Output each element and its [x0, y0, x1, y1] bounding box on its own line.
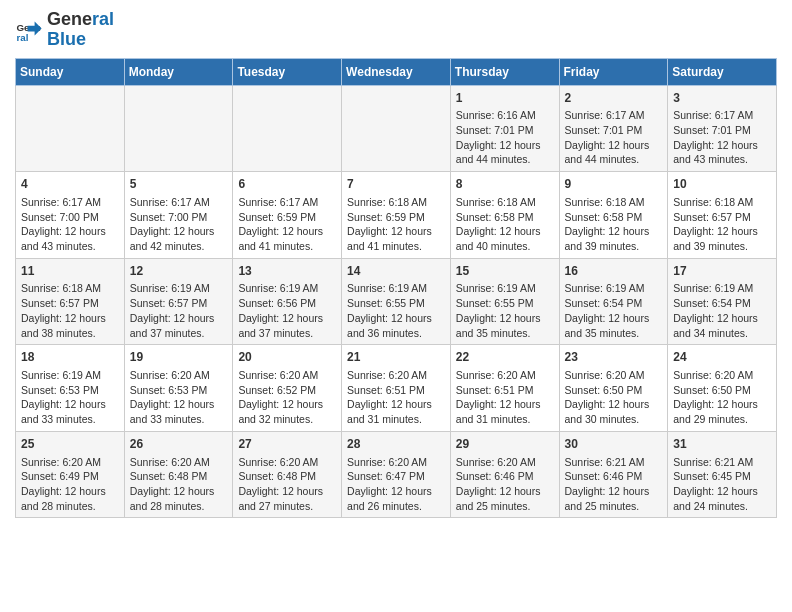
day-info: Sunset: 6:57 PM [21, 296, 119, 311]
day-info: Sunset: 6:50 PM [673, 383, 771, 398]
calendar-cell: 5Sunrise: 6:17 AMSunset: 7:00 PMDaylight… [124, 172, 233, 259]
day-number: 25 [21, 436, 119, 453]
page-header: Gene ral GeneralBlue [15, 10, 777, 50]
day-number: 19 [130, 349, 228, 366]
day-info: Daylight: 12 hours and 37 minutes. [238, 311, 336, 340]
day-info: Daylight: 12 hours and 34 minutes. [673, 311, 771, 340]
day-info: Daylight: 12 hours and 27 minutes. [238, 484, 336, 513]
day-info: Daylight: 12 hours and 41 minutes. [347, 224, 445, 253]
calendar-cell [124, 85, 233, 172]
day-info: Daylight: 12 hours and 25 minutes. [456, 484, 554, 513]
day-info: Sunset: 6:48 PM [130, 469, 228, 484]
calendar-cell: 4Sunrise: 6:17 AMSunset: 7:00 PMDaylight… [16, 172, 125, 259]
day-number: 24 [673, 349, 771, 366]
day-info: Sunset: 7:01 PM [673, 123, 771, 138]
day-number: 1 [456, 90, 554, 107]
day-info: Sunrise: 6:20 AM [21, 455, 119, 470]
calendar-cell: 13Sunrise: 6:19 AMSunset: 6:56 PMDayligh… [233, 258, 342, 345]
day-info: Sunrise: 6:17 AM [21, 195, 119, 210]
day-info: Sunset: 6:46 PM [456, 469, 554, 484]
day-info: Sunrise: 6:19 AM [238, 281, 336, 296]
day-info: Sunset: 7:01 PM [565, 123, 663, 138]
calendar-week-2: 4Sunrise: 6:17 AMSunset: 7:00 PMDaylight… [16, 172, 777, 259]
calendar-cell: 22Sunrise: 6:20 AMSunset: 6:51 PMDayligh… [450, 345, 559, 432]
day-number: 16 [565, 263, 663, 280]
day-info: Daylight: 12 hours and 43 minutes. [673, 138, 771, 167]
day-header-friday: Friday [559, 58, 668, 85]
calendar-cell: 1Sunrise: 6:16 AMSunset: 7:01 PMDaylight… [450, 85, 559, 172]
day-number: 17 [673, 263, 771, 280]
day-info: Daylight: 12 hours and 28 minutes. [130, 484, 228, 513]
day-number: 12 [130, 263, 228, 280]
day-number: 31 [673, 436, 771, 453]
day-info: Sunset: 6:56 PM [238, 296, 336, 311]
day-info: Daylight: 12 hours and 43 minutes. [21, 224, 119, 253]
day-number: 9 [565, 176, 663, 193]
day-header-monday: Monday [124, 58, 233, 85]
day-info: Sunset: 6:52 PM [238, 383, 336, 398]
calendar-week-4: 18Sunrise: 6:19 AMSunset: 6:53 PMDayligh… [16, 345, 777, 432]
day-info: Daylight: 12 hours and 38 minutes. [21, 311, 119, 340]
calendar-cell: 15Sunrise: 6:19 AMSunset: 6:55 PMDayligh… [450, 258, 559, 345]
day-info: Sunrise: 6:20 AM [347, 455, 445, 470]
calendar-cell: 3Sunrise: 6:17 AMSunset: 7:01 PMDaylight… [668, 85, 777, 172]
day-info: Daylight: 12 hours and 36 minutes. [347, 311, 445, 340]
day-info: Daylight: 12 hours and 33 minutes. [130, 397, 228, 426]
day-info: Sunset: 6:50 PM [565, 383, 663, 398]
day-info: Daylight: 12 hours and 42 minutes. [130, 224, 228, 253]
calendar-cell: 30Sunrise: 6:21 AMSunset: 6:46 PMDayligh… [559, 431, 668, 518]
day-info: Sunset: 6:59 PM [238, 210, 336, 225]
day-number: 14 [347, 263, 445, 280]
day-header-wednesday: Wednesday [342, 58, 451, 85]
day-info: Sunrise: 6:20 AM [456, 368, 554, 383]
calendar-cell: 8Sunrise: 6:18 AMSunset: 6:58 PMDaylight… [450, 172, 559, 259]
calendar-week-5: 25Sunrise: 6:20 AMSunset: 6:49 PMDayligh… [16, 431, 777, 518]
calendar-cell: 27Sunrise: 6:20 AMSunset: 6:48 PMDayligh… [233, 431, 342, 518]
calendar-cell: 25Sunrise: 6:20 AMSunset: 6:49 PMDayligh… [16, 431, 125, 518]
day-number: 10 [673, 176, 771, 193]
day-number: 4 [21, 176, 119, 193]
day-info: Daylight: 12 hours and 39 minutes. [673, 224, 771, 253]
calendar-header-row: SundayMondayTuesdayWednesdayThursdayFrid… [16, 58, 777, 85]
day-number: 11 [21, 263, 119, 280]
day-number: 30 [565, 436, 663, 453]
day-info: Sunset: 6:53 PM [130, 383, 228, 398]
day-info: Sunrise: 6:19 AM [347, 281, 445, 296]
day-info: Sunrise: 6:18 AM [347, 195, 445, 210]
day-info: Daylight: 12 hours and 33 minutes. [21, 397, 119, 426]
day-number: 15 [456, 263, 554, 280]
day-info: Sunrise: 6:18 AM [21, 281, 119, 296]
day-info: Sunrise: 6:17 AM [130, 195, 228, 210]
day-info: Daylight: 12 hours and 44 minutes. [456, 138, 554, 167]
day-number: 6 [238, 176, 336, 193]
day-info: Daylight: 12 hours and 30 minutes. [565, 397, 663, 426]
logo-text: GeneralBlue [47, 10, 114, 50]
day-info: Sunset: 6:45 PM [673, 469, 771, 484]
calendar-cell: 19Sunrise: 6:20 AMSunset: 6:53 PMDayligh… [124, 345, 233, 432]
day-number: 22 [456, 349, 554, 366]
day-info: Daylight: 12 hours and 25 minutes. [565, 484, 663, 513]
calendar-cell: 20Sunrise: 6:20 AMSunset: 6:52 PMDayligh… [233, 345, 342, 432]
calendar-cell: 18Sunrise: 6:19 AMSunset: 6:53 PMDayligh… [16, 345, 125, 432]
day-header-thursday: Thursday [450, 58, 559, 85]
calendar-table: SundayMondayTuesdayWednesdayThursdayFrid… [15, 58, 777, 519]
day-number: 20 [238, 349, 336, 366]
day-info: Sunset: 6:54 PM [673, 296, 771, 311]
day-info: Sunrise: 6:19 AM [673, 281, 771, 296]
day-info: Sunset: 6:58 PM [565, 210, 663, 225]
calendar-cell: 31Sunrise: 6:21 AMSunset: 6:45 PMDayligh… [668, 431, 777, 518]
day-info: Daylight: 12 hours and 31 minutes. [347, 397, 445, 426]
day-number: 21 [347, 349, 445, 366]
day-info: Sunrise: 6:17 AM [565, 108, 663, 123]
day-info: Daylight: 12 hours and 24 minutes. [673, 484, 771, 513]
day-info: Sunrise: 6:18 AM [456, 195, 554, 210]
calendar-cell: 17Sunrise: 6:19 AMSunset: 6:54 PMDayligh… [668, 258, 777, 345]
day-number: 2 [565, 90, 663, 107]
calendar-cell [16, 85, 125, 172]
day-info: Sunrise: 6:19 AM [21, 368, 119, 383]
day-info: Sunrise: 6:17 AM [238, 195, 336, 210]
day-number: 23 [565, 349, 663, 366]
day-number: 7 [347, 176, 445, 193]
day-number: 27 [238, 436, 336, 453]
day-info: Sunrise: 6:19 AM [565, 281, 663, 296]
